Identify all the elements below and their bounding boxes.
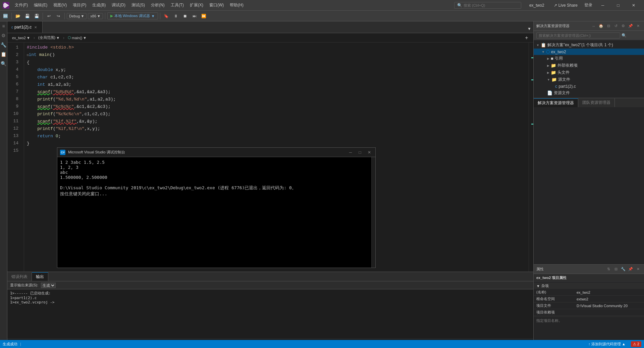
- menu-edit[interactable]: 编辑(E): [31, 1, 50, 9]
- prop-group-misc[interactable]: ▼ 杂项: [534, 283, 644, 289]
- sidebar-icon-4[interactable]: 📋: [0, 51, 7, 58]
- menu-test[interactable]: 测试(S): [129, 1, 148, 9]
- debug-console[interactable]: C# Microsoft Visual Studio 调试控制台 ─ □ ✕ 1…: [57, 147, 376, 268]
- redo-btn[interactable]: ↪: [54, 12, 62, 20]
- se-home-btn[interactable]: 🏠: [598, 23, 604, 29]
- se-tab-solution[interactable]: 解决方案资源管理器: [534, 98, 578, 107]
- tab-close-button[interactable]: ✕: [33, 24, 38, 30]
- menu-project[interactable]: 项目(P): [70, 1, 89, 9]
- se-filter-btn[interactable]: ⊟: [605, 23, 612, 29]
- project-nav-label: ex_two2: [12, 36, 26, 40]
- menu-help[interactable]: 帮助(H): [227, 1, 246, 9]
- se-project-item[interactable]: ▼ ⬡ ex_two2: [534, 49, 644, 55]
- debug-btn1[interactable]: ⏸: [172, 12, 180, 20]
- bookmark-btn[interactable]: 🔖: [162, 12, 170, 20]
- sep3: [64, 13, 65, 19]
- menu-debug[interactable]: 调试(D): [109, 1, 128, 9]
- run-button[interactable]: ▶ 本地 Windows 调试器 ▼: [107, 12, 158, 19]
- debug-console-close[interactable]: ✕: [366, 149, 373, 156]
- tab-errors[interactable]: 错误列表: [7, 273, 32, 281]
- se-sources-item[interactable]: ▼ 📁 源文件: [534, 76, 644, 83]
- prop-group-btn[interactable]: ⊟: [612, 266, 619, 273]
- prop-row-ns: 根命名空间 extwo2: [534, 296, 644, 302]
- function-nav-dropdown[interactable]: ⬡ main() ▼: [66, 35, 89, 41]
- se-solution-item[interactable]: ▼ 📋 解决方案"ex_two2"(1 个项目/共 1 个): [534, 42, 644, 49]
- sidebar-icon-2[interactable]: ⚙: [0, 32, 7, 39]
- menu-view[interactable]: 视图(V): [51, 1, 69, 9]
- debug-btn2[interactable]: ⏹: [181, 12, 189, 20]
- add-source-control[interactable]: ↑ 添加到源代码管理 ▲: [588, 342, 626, 347]
- se-tab-team[interactable]: 团队资源管理器: [578, 98, 615, 107]
- debug-console-minimize[interactable]: ─: [347, 149, 354, 156]
- status-success[interactable]: 生成成功: [3, 342, 17, 347]
- output-line-3: 1>ex_two2.vcxproj ->: [10, 300, 531, 304]
- close-button[interactable]: ✕: [626, 0, 641, 11]
- prop-pin-btn[interactable]: 📌: [627, 266, 634, 273]
- global-search-input[interactable]: [464, 3, 514, 7]
- scope-nav-dropdown[interactable]: (全局范围) ▼: [36, 34, 62, 41]
- sidebar-icon-5[interactable]: 🔍: [0, 60, 7, 67]
- open-btn[interactable]: 📂: [14, 12, 22, 20]
- prop-section-misc: ▼ 杂项 (名称) ex_two2 根命名空间 extwo2 项目文件 D:\V…: [534, 282, 644, 317]
- debug-console-scrollbar[interactable]: [371, 157, 375, 268]
- menu-window[interactable]: 窗口(W): [207, 1, 226, 9]
- se-sources-label: 源文件: [558, 77, 570, 82]
- dc-line-3: 1.500000, 2.500000: [60, 175, 369, 180]
- search-icon: 🔍: [457, 3, 462, 8]
- global-search-box[interactable]: 🔍: [454, 2, 521, 9]
- se-file-item[interactable]: c part1(2).c: [534, 83, 644, 89]
- menu-tools[interactable]: 工具(T): [168, 1, 186, 9]
- project-nav-dropdown[interactable]: ex_two2 ▼: [10, 35, 32, 41]
- new-project-btn[interactable]: 🆕: [1, 12, 9, 20]
- sidebar-icon-1[interactable]: ≡: [0, 23, 7, 29]
- debug-btn3[interactable]: ⏭: [191, 12, 199, 20]
- line-numbers: 1 2 3 4 5 6 7 8 9 10 11 12 13 14 15: [7, 43, 24, 272]
- minimize-button[interactable]: ─: [595, 0, 610, 11]
- login-button[interactable]: 登录: [582, 1, 595, 9]
- output-line-2: 1>part1(2).c: [10, 296, 531, 300]
- prop-wrench-btn[interactable]: 🔧: [620, 266, 627, 273]
- save-btn[interactable]: 💾: [23, 12, 31, 20]
- plus-btn[interactable]: +: [523, 34, 531, 42]
- se-close-btn[interactable]: ✕: [635, 23, 641, 29]
- se-settings-btn[interactable]: ⚙: [620, 23, 627, 29]
- function-icon: ⬡: [68, 36, 71, 40]
- se-refresh-btn[interactable]: ↺: [612, 23, 619, 29]
- live-share-button[interactable]: ↗ Live Share: [550, 2, 582, 9]
- se-sync-btn[interactable]: ↔: [590, 23, 597, 29]
- se-resources-item[interactable]: 📄 资源文件: [534, 89, 644, 96]
- prop-sort-btn[interactable]: ⇅: [605, 266, 612, 273]
- nav-sep1: ›: [34, 36, 35, 40]
- se-search-icon[interactable]: 🔍: [622, 33, 627, 38]
- menu-ext[interactable]: 扩展(X): [187, 1, 206, 9]
- save-all-btn[interactable]: 💾: [33, 12, 41, 20]
- prop-close-btn[interactable]: ✕: [635, 266, 641, 273]
- left-sidebar: ≡ ⚙ 🔧 📋 🔍: [0, 21, 7, 348]
- se-references-item[interactable]: ▶ ■ 引用: [534, 55, 644, 62]
- play-icon: ▶: [110, 14, 113, 18]
- debug-btn4[interactable]: ⏩: [200, 12, 208, 20]
- debug-config-dropdown[interactable]: Debug ▼: [67, 13, 87, 19]
- se-pin-btn[interactable]: 📌: [627, 23, 634, 29]
- sidebar-icon-3[interactable]: 🔧: [0, 42, 7, 48]
- debug-config-label: Debug: [69, 14, 80, 18]
- expand-tabs-btn[interactable]: ▼: [525, 25, 533, 33]
- se-headers-item[interactable]: ▶ 📁 头文件: [534, 69, 644, 76]
- tab-part1[interactable]: c part1(2).c ✕: [7, 21, 43, 33]
- se-search-bar: 🔍: [534, 31, 644, 40]
- live-share-label: Live Share: [558, 3, 578, 8]
- prop-row-file: 项目文件 D:\Visual Studio Community 20: [534, 302, 644, 309]
- se-search-input[interactable]: [536, 32, 620, 39]
- output-source-select[interactable]: 生成: [41, 283, 56, 288]
- menu-file[interactable]: 文件(F): [12, 1, 31, 9]
- menu-analyze[interactable]: 分析(N): [148, 1, 167, 9]
- platform-dropdown[interactable]: x86 ▼: [88, 13, 103, 19]
- debug-console-maximize[interactable]: □: [357, 149, 363, 156]
- prop-val-file: D:\Visual Studio Community 20: [577, 304, 641, 308]
- undo-btn[interactable]: ↩: [45, 12, 53, 20]
- tab-output[interactable]: 输出: [32, 272, 48, 281]
- menu-build[interactable]: 生成(B): [90, 1, 108, 9]
- se-extdep-item[interactable]: ▶ 📁 外部依赖项: [534, 62, 644, 69]
- maximize-button[interactable]: □: [610, 0, 626, 11]
- prop-key-dep: 项目依赖项: [536, 310, 577, 315]
